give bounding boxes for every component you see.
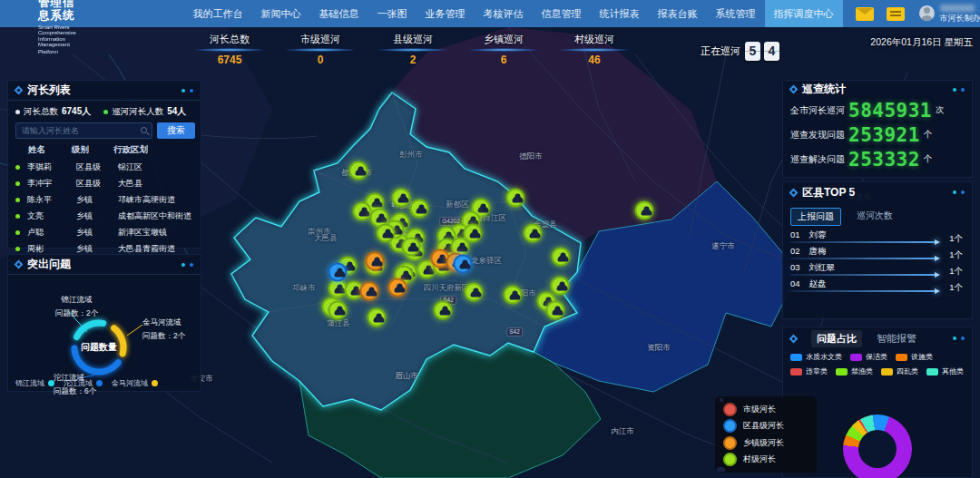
river-chief-marker[interactable] — [353, 202, 372, 221]
user-box[interactable]: 市河长制办公室 — [919, 5, 980, 24]
patrol-stat-row: 全市河长巡河 5845931 次 — [783, 98, 972, 122]
chief-total-label: 河长总数 — [24, 106, 58, 118]
chief-district: 成都高新区中和街道 — [118, 210, 195, 222]
online-dot-icon — [15, 165, 20, 170]
nav-item[interactable]: 考核评估 — [475, 0, 533, 27]
map-place-label: 眉山市 — [395, 371, 418, 382]
river-chief-marker[interactable] — [402, 238, 421, 257]
panel-dots-icon — [181, 263, 193, 267]
glow-streak — [194, 48, 265, 52]
river-chief-marker[interactable] — [504, 286, 523, 305]
river-chief-marker[interactable] — [524, 224, 543, 243]
top5-row[interactable]: 03 刘红翠 1个 — [783, 260, 972, 277]
avatar[interactable] — [919, 5, 935, 21]
category-legend-item: 保洁类 — [850, 352, 887, 362]
panel-diamond-icon — [789, 188, 799, 197]
chief-name: 文亮 — [27, 210, 76, 222]
legend-label: 水质水文类 — [806, 352, 842, 362]
search-button[interactable]: 搜索 — [157, 122, 195, 139]
glow-streak — [468, 48, 539, 52]
river-chief-marker[interactable] — [410, 200, 429, 219]
top5-tab[interactable]: 上报问题 — [790, 208, 841, 226]
river-chief-marker[interactable] — [454, 255, 473, 274]
rank-bar — [790, 241, 936, 243]
river-chief-marker[interactable] — [551, 277, 570, 296]
column-header: 级别 — [72, 144, 113, 156]
nav-item[interactable]: 我的工作台 — [184, 0, 252, 27]
river-chief-marker[interactable] — [434, 301, 453, 320]
river-chief-marker[interactable] — [635, 201, 654, 220]
top5-row[interactable]: 02 唐梅 1个 — [783, 244, 972, 260]
category-tab[interactable]: 智能报警 — [871, 330, 922, 347]
nav-item[interactable]: 基础信息 — [310, 0, 368, 27]
nav-item[interactable]: 业务管理 — [416, 0, 475, 27]
top-navbar: 成都市河长制管理信息系统 Smart Rivers Comprehensive … — [0, 0, 980, 27]
river-chief-marker[interactable] — [366, 252, 385, 271]
column-header: 行政区划 — [113, 144, 195, 156]
user-name-redacted — [940, 5, 975, 12]
panel-dots-icon — [953, 88, 965, 92]
patrolling-counter: 正在巡河 54 — [701, 42, 779, 61]
map-legend-item: 区县级河长 — [723, 419, 808, 433]
river-chief-marker[interactable] — [377, 224, 396, 243]
chief-name: 陈永平 — [27, 194, 76, 206]
river-chief-marker[interactable] — [552, 248, 571, 267]
online-dot-icon — [15, 230, 20, 235]
nav-item[interactable]: 新闻中心 — [252, 0, 310, 27]
river-chief-marker[interactable] — [349, 161, 368, 180]
top5-title: 区县TOP 5 — [802, 185, 855, 200]
nav-item[interactable]: 信息管理 — [533, 0, 591, 27]
nav-item[interactable]: 指挥调度中心 — [765, 0, 843, 27]
category-tab[interactable]: 问题占比 — [811, 330, 862, 347]
chief-row[interactable]: 李骐莉 区县级 锦江区 — [15, 159, 195, 175]
map-place-label: 彭州市 — [399, 150, 423, 161]
basin-label: 金马河流域问题数：2个 — [142, 317, 185, 342]
chief-table-header: 姓名级别行政区划 — [15, 141, 195, 159]
rank: 04 — [790, 278, 800, 290]
map-place-label: 新都区 — [446, 200, 469, 210]
mail-icon[interactable] — [856, 7, 874, 21]
nav-item[interactable]: 报表台账 — [649, 0, 707, 27]
map-place-label: 遂宁市 — [711, 241, 735, 252]
top5-row[interactable]: 01 刘蓉 1个 — [783, 228, 972, 244]
stat-value: 2 — [363, 54, 463, 66]
chief-level: 乡镇 — [76, 210, 118, 222]
top5-tab[interactable]: 巡河次数 — [850, 208, 899, 226]
patrol-count-value: 54人 — [167, 105, 186, 118]
map-place-label: 内江市 — [611, 426, 634, 437]
stat-value: 46 — [544, 54, 644, 66]
problem-donut-center-label: 问题数量 — [81, 341, 117, 354]
person-name: 赵盘 — [809, 278, 827, 290]
top5-tabs: 上报问题巡河次数 — [783, 202, 972, 228]
chief-name: 李骐莉 — [27, 161, 76, 173]
river-chief-marker[interactable] — [506, 189, 525, 208]
river-chief-marker[interactable] — [392, 189, 411, 208]
nav-item[interactable]: 系统管理 — [707, 0, 765, 27]
glow-streak — [285, 48, 356, 52]
message-icon[interactable] — [887, 7, 905, 21]
patrolling-label: 正在巡河 — [701, 44, 740, 58]
river-chief-marker[interactable] — [328, 263, 348, 282]
search-input[interactable]: 请输入河长姓名 — [15, 122, 152, 139]
legend-swatch — [896, 354, 907, 361]
river-chief-marker[interactable] — [546, 301, 565, 320]
river-chief-marker[interactable] — [388, 278, 407, 298]
chief-row[interactable]: 文亮 乡镇 成都高新区中和街道 — [15, 208, 195, 224]
app-logo: 成都市河长制管理信息系统 Smart Rivers Comprehensive … — [38, 0, 80, 54]
chief-row[interactable]: 李冲宇 区县级 大邑县 — [15, 175, 195, 191]
top5-row[interactable]: 04 赵盘 1个 — [783, 277, 972, 293]
patrol-stat-unit: 个 — [924, 129, 933, 141]
river-chief-marker[interactable] — [465, 283, 484, 302]
chief-row[interactable]: 陈永平 乡镇 邛崃市高埂街道 — [15, 191, 195, 208]
nav-item[interactable]: 一张图 — [368, 0, 416, 27]
nav-item[interactable]: 统计报表 — [591, 0, 649, 27]
chief-row[interactable]: 卢聪 乡镇 新津区宝墩镇 — [15, 224, 195, 240]
online-dot-icon — [15, 247, 20, 251]
chief-panel-title: 河长列表 — [27, 83, 71, 98]
river-chief-marker[interactable] — [368, 308, 387, 327]
search-icon — [141, 127, 147, 133]
patrol-stat-unit: 次 — [936, 104, 945, 116]
river-chief-marker[interactable] — [360, 282, 379, 301]
river-chief-marker[interactable] — [328, 301, 348, 320]
category-donut-chart — [843, 415, 912, 478]
